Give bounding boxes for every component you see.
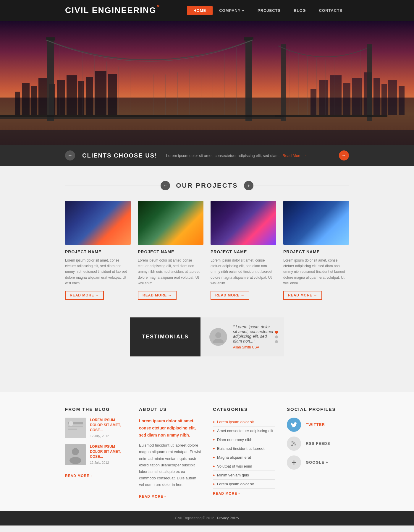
testimonials-quote: " Lorem ipsum dolor sit amet, consectetu… <box>233 325 275 343</box>
social-rss[interactable]: RSS FEEDS <box>287 437 349 451</box>
svg-rect-21 <box>388 80 397 115</box>
project-card-1: PROJECT NAME Lorem ipsum dolor sit amet,… <box>65 201 131 300</box>
svg-rect-23 <box>47 38 54 121</box>
banner-readmore-link[interactable]: Read More <box>282 153 306 158</box>
rss-icon <box>287 437 301 451</box>
svg-rect-11 <box>95 71 106 115</box>
project-name-1: PROJECT NAME <box>65 249 131 254</box>
svg-rect-16 <box>343 83 350 115</box>
svg-rect-22 <box>399 86 405 115</box>
svg-rect-43 <box>0 115 284 117</box>
svg-rect-5 <box>38 78 47 115</box>
svg-rect-13 <box>310 89 316 115</box>
svg-rect-9 <box>78 81 84 115</box>
svg-rect-12 <box>108 74 117 115</box>
nav-contacts[interactable]: CONTACTS <box>313 6 349 15</box>
categories-title: CATEGORIES <box>213 407 275 412</box>
project-readmore-2[interactable]: Read More <box>138 291 177 300</box>
about-readmore[interactable]: Read More <box>139 494 167 499</box>
privacy-link[interactable]: Privacy Policy <box>217 516 239 520</box>
project-readmore-4[interactable]: Read More <box>283 291 322 300</box>
svg-rect-2 <box>15 92 20 115</box>
blog-item-1: LOREM IPSUM DOLOR SIT AMET, COSE... 12 J… <box>65 418 127 438</box>
blog-thumb-1 <box>65 418 86 438</box>
blog-item-2-info: LOREM IPSUM DOLOR SIT AMET, COSE... 12 J… <box>90 444 127 465</box>
about-title: ABOUT US <box>139 407 201 412</box>
category-item-6[interactable]: Volutpat ut wisi enim <box>213 462 275 471</box>
testimonials-text: " Lorem ipsum dolor sit amet, consectetu… <box>233 325 275 349</box>
categories-readmore[interactable]: Read More <box>213 492 241 496</box>
nav-home[interactable]: HOME <box>187 6 213 15</box>
avatar-icon <box>212 331 224 343</box>
social-google[interactable]: GOOGLE + <box>287 455 349 470</box>
category-item-8[interactable]: Lorem ipsum dolor sit <box>213 480 275 489</box>
project-name-2: PROJECT NAME <box>138 249 203 254</box>
blog-item-1-date: 12 July, 2012 <box>90 434 127 438</box>
banner-prev-btn[interactable]: ← <box>65 150 75 160</box>
testimonials-content: " Lorem ipsum dolor sit amet, consectetu… <box>200 317 284 356</box>
svg-point-67 <box>69 457 81 464</box>
blog-column: FROM THE BLOG LOREM IPSUM DOLOR SIT AMET… <box>65 407 127 499</box>
project-desc-4: Lorem ipsum dolor sit amet, conse ctetue… <box>283 258 349 286</box>
svg-rect-4 <box>31 86 37 115</box>
category-item-4[interactable]: Euismod tincidunt ut laoreet <box>213 444 275 453</box>
project-card-2: PROJECT NAME Lorem ipsum dolor sit amet,… <box>138 201 203 300</box>
svg-point-66 <box>72 448 79 455</box>
dot-2[interactable] <box>275 335 278 338</box>
svg-rect-20 <box>381 84 387 115</box>
project-image-2 <box>138 201 203 245</box>
projects-next-btn[interactable]: + <box>244 181 253 190</box>
hero-section <box>0 21 414 145</box>
project-readmore-1[interactable]: Read More <box>65 291 104 300</box>
about-body: Euismod tincidunt ut laoreet dolore magn… <box>139 442 201 488</box>
logo-mark: ✕ <box>156 4 161 9</box>
svg-rect-24 <box>46 37 55 40</box>
projects-header: ← OUR PROJECTS + <box>65 181 349 190</box>
testimonials-section: TESTIMONIALS " Lorem ipsum dolor sit ame… <box>130 317 284 356</box>
project-card-3: PROJECT NAME Lorem ipsum dolor sit amet,… <box>211 201 276 300</box>
category-item-7[interactable]: Minim veniam quis <box>213 471 275 480</box>
nav-blog[interactable]: BLOG <box>287 6 313 15</box>
blog-item-2-title[interactable]: LOREM IPSUM DOLOR SIT AMET, COSE... <box>90 444 127 459</box>
footer-top: FROM THE BLOG LOREM IPSUM DOLOR SIT AMET… <box>0 392 414 511</box>
svg-rect-56 <box>275 115 387 117</box>
twitter-icon <box>287 418 301 432</box>
testimonials-wrapper: TESTIMONIALS " Lorem ipsum dolor sit ame… <box>0 317 414 392</box>
footer-bottom: Civil Engineering © 2012 Privacy Policy <box>0 511 414 525</box>
blog-readmore[interactable]: Read More <box>65 474 93 478</box>
main-nav: HOME COMPANY PROJECTS BLOG CONTACTS <box>187 6 349 15</box>
svg-rect-60 <box>65 418 86 438</box>
google-icon <box>287 455 301 470</box>
about-highlight: Lorem ipsum dolor sit amet, conse ctetue… <box>139 418 201 439</box>
project-readmore-3[interactable]: Read More <box>211 291 249 300</box>
project-image-4 <box>283 201 349 245</box>
blog-item-2-date: 12 July, 2012 <box>90 461 127 464</box>
project-image-3 <box>211 201 276 245</box>
category-item-2[interactable]: Amet consectetuer adipiscing elit <box>213 426 275 435</box>
rss-label: RSS FEEDS <box>306 441 330 446</box>
svg-rect-62 <box>68 426 83 427</box>
svg-rect-63 <box>68 429 77 430</box>
testimonials-avatar <box>209 328 227 346</box>
nav-projects[interactable]: PROJECTS <box>251 6 287 15</box>
dot-1[interactable] <box>275 331 278 334</box>
projects-prev-btn[interactable]: ← <box>161 181 170 190</box>
category-item-3[interactable]: Diam nonummy nibh <box>213 435 275 444</box>
header: CIVIL ENGINEERING✕ HOME COMPANY PROJECTS… <box>0 0 414 21</box>
projects-grid: PROJECT NAME Lorem ipsum dolor sit amet,… <box>65 201 349 300</box>
projects-section: ← OUR PROJECTS + PROJECT NAME Lorem ipsu… <box>0 166 414 317</box>
social-twitter[interactable]: TWITTER <box>287 418 349 432</box>
svg-rect-7 <box>57 80 65 115</box>
blog-item-1-title[interactable]: LOREM IPSUM DOLOR SIT AMET, COSE... <box>90 418 127 432</box>
svg-rect-45 <box>281 44 286 121</box>
blog-thumb-2 <box>65 444 86 465</box>
dot-3[interactable] <box>275 340 278 343</box>
category-item-5[interactable]: Magna aliquam erat <box>213 453 275 462</box>
banner-next-btn[interactable]: → <box>339 150 349 160</box>
logo: CIVIL ENGINEERING✕ <box>65 6 187 15</box>
banner-text: Lorem ipsum dolor sit amet, consectetuer… <box>166 153 306 158</box>
projects-line-left <box>65 186 161 186</box>
category-item-1[interactable]: Lorem ipsum dolor sit <box>213 418 275 426</box>
nav-company[interactable]: COMPANY <box>213 6 251 15</box>
svg-rect-14 <box>319 80 328 115</box>
